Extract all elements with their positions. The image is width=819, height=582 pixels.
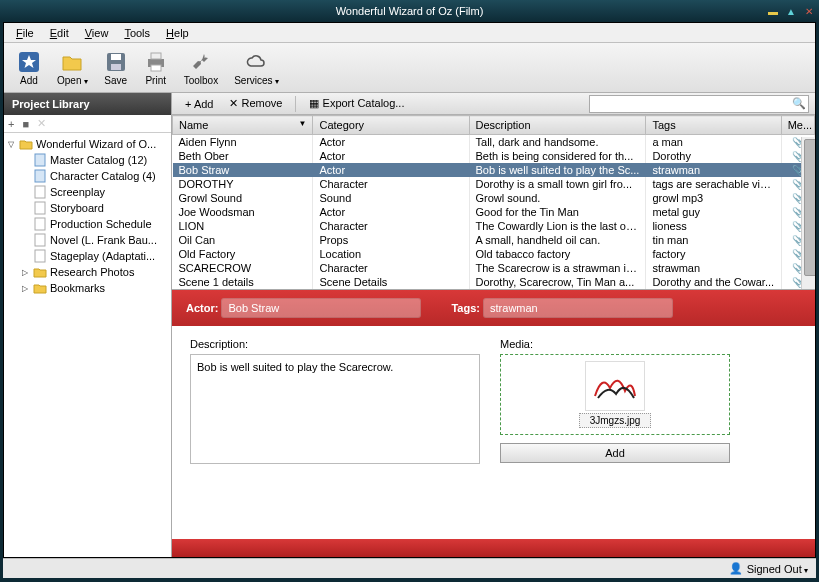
user-icon: 👤 — [729, 562, 743, 575]
tree-label: Production Schedule — [50, 218, 152, 230]
tree-node[interactable]: Storyboard — [6, 200, 169, 216]
menu-tools[interactable]: Tools — [116, 25, 158, 41]
detail-header: Actor: Tags: — [172, 290, 815, 326]
services-button[interactable]: Services — [227, 47, 286, 89]
column-header[interactable]: Category — [313, 116, 469, 135]
doc-icon — [33, 233, 47, 247]
doc-b-icon — [33, 169, 47, 183]
catalog-table: NameCategoryDescriptionTagsMe... Aiden F… — [172, 115, 815, 289]
svg-rect-3 — [111, 64, 121, 70]
open-button[interactable]: Open — [50, 47, 95, 89]
export-catalog-button[interactable]: ▦ Export Catalog... — [302, 94, 411, 113]
tree-node[interactable]: Novel (L. Frank Bau... — [6, 232, 169, 248]
add-button[interactable]: Add — [10, 47, 48, 89]
media-label: Media: — [500, 338, 730, 350]
add-media-button[interactable]: Add — [500, 443, 730, 463]
add-button[interactable]: + Add — [178, 95, 220, 113]
toolbar: AddOpenSavePrintToolboxServices — [4, 43, 815, 93]
menu-help[interactable]: Help — [158, 25, 197, 41]
svg-rect-2 — [111, 54, 121, 60]
detail-type-label: Actor: — [186, 302, 218, 314]
table-row[interactable]: DOROTHYCharacterDorothy is a small town … — [173, 177, 815, 191]
detail-panel: Actor: Tags: Description: Media: — [172, 289, 815, 557]
detail-tags-input[interactable] — [483, 298, 673, 318]
column-header[interactable]: Description — [469, 116, 646, 135]
folder-y-icon — [33, 265, 47, 279]
statusbar: 👤 Signed Out — [3, 558, 816, 578]
search-input[interactable] — [590, 98, 790, 110]
menu-view[interactable]: View — [77, 25, 117, 41]
tree-node[interactable]: ▷Research Photos — [6, 264, 169, 280]
table-row[interactable]: LIONCharacterThe Cowardly Lion is the la… — [173, 219, 815, 233]
search-icon[interactable]: 🔍 — [790, 97, 808, 110]
table-row[interactable]: Growl SoundSoundGrowl sound.growl mp3📎 — [173, 191, 815, 205]
tree-node[interactable]: Character Catalog (4) — [6, 168, 169, 184]
sidebar-add-icon[interactable]: + — [8, 118, 14, 130]
table-row[interactable]: Aiden FlynnActorTall, dark and handsome.… — [173, 135, 815, 150]
toolbox-button[interactable]: Toolbox — [177, 47, 225, 89]
doc-icon — [33, 217, 47, 231]
svg-rect-5 — [151, 53, 161, 59]
detail-name-input[interactable] — [221, 298, 421, 318]
table-toolbar: + Add ✕ Remove ▦ Export Catalog... 🔍 — [172, 93, 815, 115]
tree-label: Wonderful Wizard of O... — [36, 138, 156, 150]
menu-edit[interactable]: Edit — [42, 25, 77, 41]
description-label: Description: — [190, 338, 480, 350]
close-icon[interactable]: ✕ — [803, 5, 815, 17]
table-row[interactable]: Old FactoryLocationOld tabacco factoryfa… — [173, 247, 815, 261]
project-tree: ▽Wonderful Wizard of O...Master Catalog … — [4, 133, 171, 557]
column-header[interactable]: Name — [173, 116, 313, 135]
tree-arrow-icon[interactable]: ▷ — [20, 284, 30, 293]
svg-rect-7 — [35, 154, 45, 166]
minimize-icon[interactable]: ▬ — [767, 5, 779, 17]
tree-node[interactable]: Stageplay (Adaptati... — [6, 248, 169, 264]
thumbnail-image-icon — [590, 366, 640, 406]
svg-rect-11 — [35, 218, 45, 230]
table-row[interactable]: Beth OberActorBeth is being considered f… — [173, 149, 815, 163]
signed-out-menu[interactable]: Signed Out — [747, 563, 808, 575]
search-box[interactable]: 🔍 — [589, 95, 809, 113]
tree-arrow-icon[interactable]: ▷ — [20, 268, 30, 277]
catalog-table-wrap: NameCategoryDescriptionTagsMe... Aiden F… — [172, 115, 815, 289]
tree-node[interactable]: Master Catalog (12) — [6, 152, 169, 168]
table-scrollbar[interactable] — [801, 137, 815, 289]
tree-label: Character Catalog (4) — [50, 170, 156, 182]
detail-tags-label: Tags: — [451, 302, 480, 314]
tree-node[interactable]: ▷Bookmarks — [6, 280, 169, 296]
svg-rect-8 — [35, 170, 45, 182]
tree-label: Stageplay (Adaptati... — [50, 250, 155, 262]
media-dropzone[interactable]: 3Jmgzs.jpg — [500, 354, 730, 435]
svg-rect-9 — [35, 186, 45, 198]
remove-button[interactable]: ✕ Remove — [222, 94, 289, 113]
maximize-icon[interactable]: ▲ — [785, 5, 797, 17]
sidebar-folder-icon[interactable]: ■ — [22, 118, 29, 130]
column-header[interactable]: Tags — [646, 116, 781, 135]
save-button[interactable]: Save — [97, 47, 135, 89]
svg-rect-10 — [35, 202, 45, 214]
window-title: Wonderful Wizard of Oz (Film) — [336, 5, 484, 17]
window-titlebar: Wonderful Wizard of Oz (Film) ▬ ▲ ✕ — [0, 0, 819, 22]
table-row[interactable]: Oil CanPropsA small, handheld oil can.ti… — [173, 233, 815, 247]
folder-y-icon — [19, 137, 33, 151]
printer-icon — [144, 50, 168, 74]
table-row[interactable]: Scene 1 detailsScene DetailsDorothy, Sca… — [173, 275, 815, 289]
media-filename[interactable]: 3Jmgzs.jpg — [579, 413, 652, 428]
tree-node[interactable]: ▽Wonderful Wizard of O... — [6, 136, 169, 152]
tree-node[interactable]: Production Schedule — [6, 216, 169, 232]
table-row[interactable]: Bob StrawActorBob is well suited to play… — [173, 163, 815, 177]
tree-label: Bookmarks — [50, 282, 105, 294]
description-textarea[interactable] — [190, 354, 480, 464]
menu-file[interactable]: File — [8, 25, 42, 41]
tree-arrow-icon[interactable]: ▽ — [6, 140, 16, 149]
sidebar-remove-icon[interactable]: ✕ — [37, 117, 46, 130]
column-header[interactable]: Me... — [781, 116, 814, 135]
table-row[interactable]: Joe WoodsmanActorGood for the Tin Manmet… — [173, 205, 815, 219]
media-thumbnail[interactable] — [585, 361, 645, 411]
folder-icon — [60, 50, 84, 74]
doc-icon — [33, 201, 47, 215]
table-row[interactable]: SCARECROWCharacterThe Scarecrow is a str… — [173, 261, 815, 275]
doc-b-icon — [33, 153, 47, 167]
print-button[interactable]: Print — [137, 47, 175, 89]
tree-label: Storyboard — [50, 202, 104, 214]
tree-node[interactable]: Screenplay — [6, 184, 169, 200]
